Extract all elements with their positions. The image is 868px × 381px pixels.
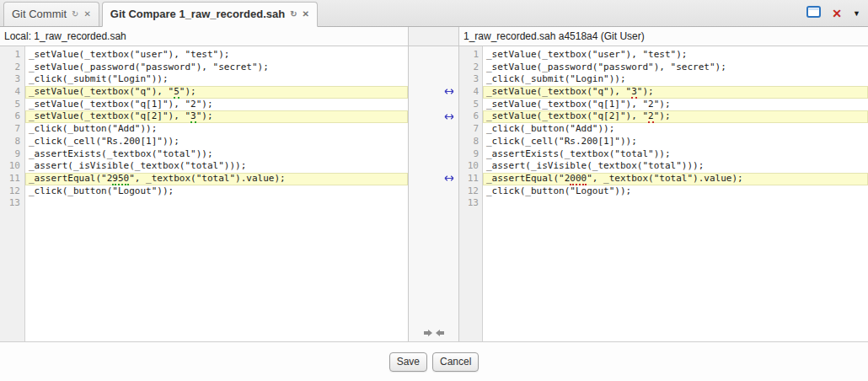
diff-highlighted-line: _setValue(_textbox("q[2]"), "3"); bbox=[25, 110, 408, 123]
code-line: 13 bbox=[0, 197, 408, 210]
diff-highlighted-line: _setValue(_textbox("q"), "5"); bbox=[25, 86, 408, 99]
diff-highlighted-line: _setValue(_textbox("q[2]"), "2"); bbox=[483, 110, 868, 123]
line-number: 10 bbox=[459, 160, 483, 173]
code-line: 10_assert(_isVisible(_textbox("total")))… bbox=[0, 160, 408, 173]
tab-git-compare[interactable]: Git Compare 1_raw_recorded.sah ↻ ✕ bbox=[102, 2, 318, 27]
code-text: _setValue(_password("password"), "secret… bbox=[25, 62, 408, 74]
code-line: 2_setValue(_password("password"), "secre… bbox=[459, 62, 868, 74]
merge-change-arrow-icon[interactable] bbox=[443, 88, 455, 95]
close-window-icon[interactable]: ✕ bbox=[832, 8, 842, 19]
git-compare-window: Git Commit ↻ ✕ Git Compare 1_raw_recorde… bbox=[0, 0, 868, 381]
merge-change-arrow-icon[interactable] bbox=[443, 113, 455, 121]
line-number: 7 bbox=[459, 123, 483, 136]
line-number: 8 bbox=[0, 136, 25, 148]
code-line: 12_click(_button("Logout")); bbox=[0, 185, 408, 198]
refresh-icon[interactable]: ↻ bbox=[72, 10, 78, 19]
tab-bar: Git Commit ↻ ✕ Git Compare 1_raw_recorde… bbox=[0, 0, 868, 27]
code-line: 5_setValue(_textbox("q[1]"), "2"); bbox=[459, 99, 868, 111]
diff-highlighted-line: _assertEqual("2000", _textbox("total").v… bbox=[483, 173, 868, 185]
code-line: 6_setValue(_textbox("q[2]"), "2"); bbox=[459, 110, 868, 123]
code-text: _setValue(_textbox("user"), "test"); bbox=[483, 49, 868, 62]
line-number: 13 bbox=[0, 197, 25, 210]
tab-label: Git Commit bbox=[12, 8, 67, 20]
remote-file-header: 1_raw_recorded.sah a4518a4 (Git User) bbox=[459, 27, 868, 46]
line-number: 12 bbox=[0, 185, 25, 198]
line-number: 5 bbox=[0, 99, 25, 111]
cancel-button[interactable]: Cancel bbox=[432, 352, 479, 372]
code-text: _click(_button("Logout")); bbox=[25, 185, 408, 198]
line-number: 8 bbox=[459, 136, 483, 148]
code-line: 1_setValue(_textbox("user"), "test"); bbox=[0, 49, 408, 62]
code-text: _setValue(_textbox("q[1]"), "2"); bbox=[25, 99, 408, 111]
save-button[interactable]: Save bbox=[389, 352, 427, 372]
merge-all-icon[interactable] bbox=[424, 329, 444, 337]
code-line: 4_setValue(_textbox("q"), "3"); bbox=[459, 86, 868, 99]
diff-highlighted-line: _assertEqual("2950", _textbox("total").v… bbox=[25, 173, 408, 185]
code-text: _click(_submit("Login")); bbox=[25, 73, 408, 86]
squiggle-underline-text: 3 bbox=[631, 86, 637, 99]
code-line: 11_assertEqual("2950", _textbox("total")… bbox=[0, 173, 408, 185]
code-line: 12_click(_button("Logout")); bbox=[459, 185, 868, 198]
code-text: _setValue(_password("password"), "secret… bbox=[483, 62, 868, 74]
line-number: 1 bbox=[0, 49, 25, 62]
code-text: _assert(_isVisible(_textbox("total"))); bbox=[25, 160, 408, 173]
line-number: 11 bbox=[459, 173, 483, 185]
code-line: 9_assertExists(_textbox("total")); bbox=[459, 148, 868, 161]
diff-compare-area: Local: 1_raw_recorded.sah 1_raw_recorded… bbox=[0, 27, 868, 341]
line-number: 2 bbox=[459, 62, 483, 74]
code-text: _click(_button("Add")); bbox=[25, 123, 408, 136]
code-text: _click(_submit("Login")); bbox=[483, 73, 868, 86]
footer-bar: Save Cancel bbox=[0, 341, 868, 381]
code-line: 11_assertEqual("2000", _textbox("total")… bbox=[459, 173, 868, 185]
code-line: 3_click(_submit("Login")); bbox=[0, 73, 408, 86]
code-line: 8_click(_cell("Rs.200[1]")); bbox=[0, 136, 408, 148]
code-line: 9_assertExists(_textbox("total")); bbox=[0, 148, 408, 161]
menu-caret-icon[interactable]: ▼ bbox=[853, 10, 860, 18]
tab-git-commit[interactable]: Git Commit ↻ ✕ bbox=[3, 2, 99, 26]
code-text: _click(_button("Logout")); bbox=[483, 185, 868, 198]
code-line: 4_setValue(_textbox("q"), "5"); bbox=[0, 86, 408, 99]
code-line: 1_setValue(_textbox("user"), "test"); bbox=[459, 49, 868, 62]
line-number: 6 bbox=[0, 110, 25, 123]
line-number: 4 bbox=[459, 86, 483, 99]
squiggle-underline-text: 000 bbox=[570, 173, 587, 185]
code-text: _assertExists(_textbox("total")); bbox=[483, 148, 868, 161]
line-number: 13 bbox=[459, 197, 483, 210]
code-line: 7_click(_button("Add")); bbox=[459, 123, 868, 136]
line-number: 12 bbox=[459, 185, 483, 198]
line-number: 11 bbox=[0, 173, 25, 185]
line-number: 2 bbox=[0, 62, 25, 74]
squiggle-underline-text: 2 bbox=[648, 110, 654, 123]
code-text: _click(_cell("Rs.200[1]")); bbox=[25, 136, 408, 148]
line-number: 1 bbox=[459, 49, 483, 62]
code-line: 7_click(_button("Add")); bbox=[0, 123, 408, 136]
code-line: 5_setValue(_textbox("q[1]"), "2"); bbox=[0, 99, 408, 111]
code-line: 8_click(_cell("Rs.200[1]")); bbox=[459, 136, 868, 148]
diff-highlighted-line: _setValue(_textbox("q"), "3"); bbox=[483, 86, 868, 99]
squiggle-underline-text: 5 bbox=[174, 86, 179, 99]
line-number: 6 bbox=[459, 110, 483, 123]
code-line: 10_assert(_isVisible(_textbox("total")))… bbox=[459, 160, 868, 173]
merge-gutter bbox=[408, 46, 459, 341]
code-text bbox=[25, 197, 408, 210]
refresh-icon[interactable]: ↻ bbox=[290, 10, 297, 19]
local-code-pane[interactable]: 1_setValue(_textbox("user"), "test");2_s… bbox=[0, 46, 408, 341]
code-line: 6_setValue(_textbox("q[2]"), "3"); bbox=[0, 110, 408, 123]
line-number: 9 bbox=[0, 148, 25, 161]
tab-label: Git Compare 1_raw_recorded.sah bbox=[110, 8, 285, 20]
close-tab-icon[interactable]: ✕ bbox=[303, 10, 309, 19]
code-text: _setValue(_textbox("user"), "test"); bbox=[25, 49, 408, 62]
line-number: 9 bbox=[459, 148, 483, 161]
merge-gutter-header bbox=[408, 27, 459, 46]
squiggle-underline-text: 950 bbox=[112, 173, 129, 185]
close-tab-icon[interactable]: ✕ bbox=[83, 10, 90, 19]
code-line: 13 bbox=[459, 197, 868, 210]
line-number: 4 bbox=[0, 86, 25, 99]
line-number: 7 bbox=[0, 123, 25, 136]
merge-change-arrow-icon[interactable] bbox=[443, 174, 455, 182]
restore-window-icon[interactable] bbox=[806, 6, 821, 21]
code-line: 2_setValue(_password("password"), "secre… bbox=[0, 62, 408, 74]
squiggle-underline-text: 3 bbox=[190, 110, 196, 123]
line-number: 3 bbox=[459, 73, 483, 86]
remote-code-pane[interactable]: 1_setValue(_textbox("user"), "test");2_s… bbox=[459, 46, 868, 341]
